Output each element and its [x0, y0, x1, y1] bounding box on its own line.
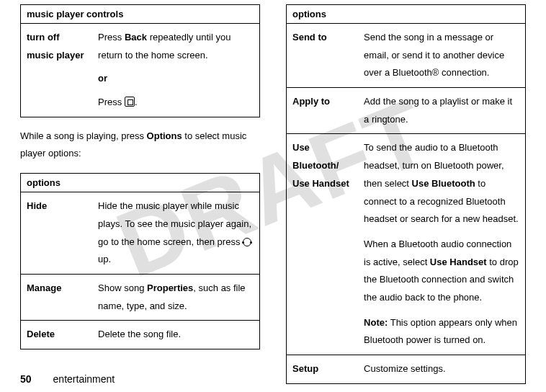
applyto-desc: Add the song to a playlist or make it a … — [358, 88, 525, 134]
turn-off-desc: Press Back repeatedly until you return t… — [92, 24, 259, 117]
sendto-key: Send to — [287, 24, 359, 88]
options-paragraph: While a song is playing, press Options t… — [20, 128, 260, 163]
setup-desc: Customize settings. — [358, 355, 525, 384]
usebt-bold2: Use Handset — [430, 257, 487, 267]
turn-off-key: turn off music player — [21, 24, 93, 117]
options-table-right: options Send to Send the song in a messa… — [286, 4, 526, 384]
options-table-left: options Hide Hide the music player while… — [20, 173, 260, 349]
setup-key: Setup — [287, 355, 359, 384]
press2-post: . — [135, 97, 138, 107]
delete-desc: Delete the song file. — [92, 321, 259, 349]
options-header-right: options — [287, 5, 526, 24]
hide-post: up. — [98, 254, 111, 264]
music-controls-header: music player controls — [21, 5, 260, 24]
note-label: Note: — [364, 317, 388, 328]
para-pre: While a song is playing, press — [20, 130, 147, 141]
hide-desc: Hide the music player while music plays.… — [92, 192, 259, 275]
usebt-desc: To send the audio to a Bluetooth headset… — [358, 134, 525, 355]
press2-pre: Press — [98, 97, 125, 107]
manage-key: Manage — [21, 274, 93, 320]
note-text: This option appears only when Bluetooth … — [364, 317, 517, 346]
usebt-key: Use Bluetooth/ Use Handset — [287, 134, 359, 355]
usebt-bold1: Use Bluetooth — [412, 178, 475, 189]
delete-key: Delete — [21, 321, 93, 349]
music-player-controls-table: music player controls turn off music pla… — [20, 4, 260, 117]
usebt-key1: Use Bluetooth/ — [292, 142, 339, 171]
sendto-desc: Send the song in a message or email, or … — [358, 24, 525, 88]
usebt-key2: Use Handset — [292, 178, 349, 189]
turn-off-pre: Press — [98, 32, 125, 43]
end-key-icon — [125, 97, 135, 107]
nav-icon — [243, 238, 251, 246]
back-keyword: Back — [125, 32, 147, 43]
hide-key: Hide — [21, 192, 93, 275]
or-text: or — [98, 70, 254, 88]
manage-desc: Show song Properties, such as file name,… — [92, 274, 259, 320]
properties-keyword: Properties — [147, 282, 193, 293]
options-keyword: Options — [147, 130, 182, 141]
right-column: options Send to Send the song in a messa… — [286, 4, 526, 384]
manage-pre: Show song — [98, 282, 147, 293]
options-header-left: options — [21, 174, 260, 192]
applyto-key: Apply to — [287, 88, 359, 134]
left-column: music player controls turn off music pla… — [20, 4, 260, 384]
hide-pre: Hide the music player while music plays.… — [98, 200, 251, 246]
